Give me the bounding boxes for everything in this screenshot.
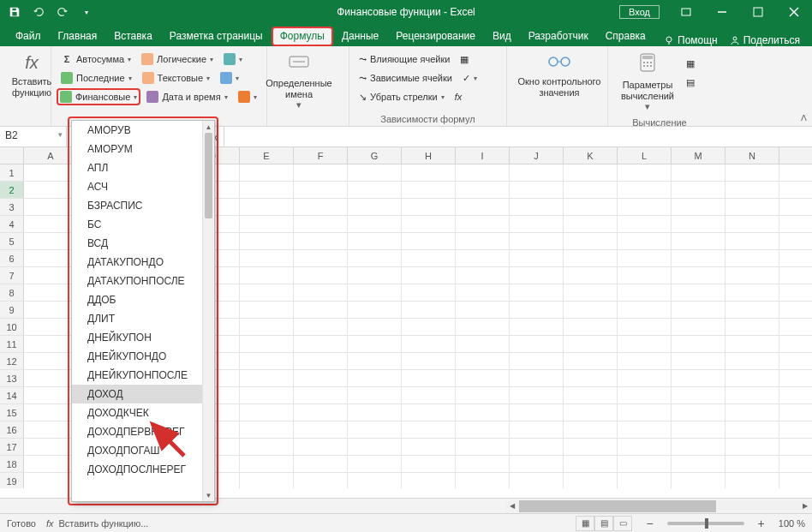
tab-home[interactable]: Главная (50, 27, 106, 46)
column-header-M[interactable]: M (672, 147, 725, 164)
evaluate-formula-button[interactable]: fx (451, 88, 467, 105)
column-header-J[interactable]: J (510, 147, 564, 164)
ribbon-display-icon[interactable] (668, 0, 704, 24)
column-header-I[interactable]: I (456, 147, 510, 164)
insert-function-button[interactable]: fx Вставить функцию (5, 50, 58, 101)
row-header[interactable]: 13 (0, 370, 24, 387)
zoom-slider[interactable] (667, 522, 744, 525)
column-header-E[interactable]: E (240, 147, 294, 164)
defined-names-button[interactable]: Определенные имена▾ (272, 50, 325, 114)
dropdown-item[interactable]: ВСД (72, 234, 202, 253)
scroll-right-icon[interactable]: ▶ (798, 500, 812, 512)
tab-view[interactable]: Вид (484, 27, 520, 46)
column-header-L[interactable]: L (618, 147, 672, 164)
close-icon[interactable] (776, 0, 812, 24)
dropdown-item[interactable]: ДНЕЙКУПОНДО (72, 347, 202, 366)
status-insert-function[interactable]: Вставить функцию... (59, 518, 149, 529)
row-header[interactable]: 12 (0, 353, 24, 370)
autosum-button[interactable]: ΣАвтосумма▾ (57, 51, 135, 68)
row-header[interactable]: 15 (0, 404, 24, 421)
text-functions-button[interactable]: Текстовые▾ (138, 69, 215, 87)
column-header-H[interactable]: H (402, 147, 456, 164)
collapse-ribbon-icon[interactable]: ᐱ (801, 113, 807, 123)
dropdown-item[interactable]: ДОХОД (72, 385, 202, 403)
math-trig-button[interactable]: ▾ (216, 69, 243, 87)
row-header[interactable]: 6 (0, 250, 24, 267)
watch-window-button[interactable]: Окно контрольного значения (512, 50, 606, 101)
view-page-layout-icon[interactable]: ▤ (594, 516, 613, 531)
column-header-F[interactable]: F (294, 147, 348, 164)
dropdown-item[interactable]: АМОРУВ (72, 121, 202, 140)
view-normal-icon[interactable]: ▦ (576, 516, 594, 531)
formula-input[interactable] (224, 127, 812, 146)
column-header-G[interactable]: G (348, 147, 402, 164)
tab-data[interactable]: Данные (333, 27, 387, 46)
dropdown-item[interactable]: ДАТАКУПОНПОСЛЕ (72, 272, 202, 290)
row-header[interactable]: 8 (0, 284, 24, 302)
save-icon[interactable] (7, 4, 22, 20)
tab-page-layout[interactable]: Разметка страницы (161, 27, 272, 46)
dropdown-item[interactable]: ДНЕЙКУПОНПОСЛЕ (72, 366, 202, 385)
zoom-level[interactable]: 100 % (779, 518, 805, 529)
minimize-icon[interactable] (704, 0, 740, 24)
dropdown-item[interactable]: БС (72, 215, 202, 234)
more-functions-button[interactable]: ▾ (234, 88, 261, 105)
error-check-button[interactable]: ✓▾ (458, 69, 481, 87)
calc-now-button[interactable]: ▦ (682, 55, 699, 72)
dropdown-scrollbar[interactable]: ▲ ▼ (202, 121, 214, 501)
financial-button[interactable]: Финансовые▾ (57, 88, 140, 105)
login-button[interactable]: Вход (619, 5, 660, 19)
row-header[interactable]: 2 (0, 182, 24, 199)
row-header[interactable]: 19 (0, 473, 24, 488)
row-header[interactable]: 16 (0, 421, 24, 439)
dropdown-item[interactable]: ДАТАКУПОНДО (72, 253, 202, 272)
dropdown-item[interactable]: ДОХОДКЧЕК (72, 403, 202, 422)
row-header[interactable]: 5 (0, 233, 24, 250)
dropdown-item[interactable]: ДОХОДПОГАШ (72, 441, 202, 460)
row-header[interactable]: 7 (0, 267, 24, 284)
trace-precedents-button[interactable]: ⤳Влияющие ячейки (355, 51, 454, 68)
row-header[interactable]: 17 (0, 439, 24, 456)
dropdown-item[interactable]: ДОХОДПЕРВНЕРЕГ (72, 422, 202, 441)
tell-me-button[interactable]: Помощн (664, 34, 718, 46)
dropdown-item[interactable]: ДОХОДПОСЛНЕРЕГ (72, 460, 202, 479)
dropdown-item[interactable]: АМОРУМ (72, 140, 202, 158)
scroll-left-icon[interactable]: ◀ (505, 500, 519, 512)
scroll-thumb[interactable] (205, 133, 212, 218)
zoom-out-button[interactable]: − (642, 517, 656, 530)
tab-review[interactable]: Рецензирование (387, 27, 484, 46)
row-header[interactable]: 18 (0, 456, 24, 473)
scroll-down-icon[interactable]: ▼ (203, 489, 214, 501)
row-header[interactable]: 3 (0, 199, 24, 216)
column-header-K[interactable]: K (564, 147, 618, 164)
calc-options-button[interactable]: Параметры вычислений▾ (613, 50, 682, 116)
recent-button[interactable]: Последние▾ (57, 69, 136, 87)
share-button[interactable]: Поделиться (730, 34, 800, 46)
column-header-A[interactable]: A (24, 147, 78, 164)
zoom-in-button[interactable]: + (755, 517, 768, 530)
column-header-N[interactable]: N (725, 147, 779, 164)
dropdown-item[interactable]: ДДОБ (72, 290, 202, 309)
name-box[interactable]: B2 (0, 127, 67, 146)
trace-dependents-button[interactable]: ⤳Зависимые ячейки (355, 69, 457, 87)
tab-help[interactable]: Справка (597, 27, 654, 46)
dropdown-item[interactable]: АСЧ (72, 177, 202, 196)
dropdown-item[interactable]: ДЛИТ (72, 309, 202, 328)
qat-customize-icon[interactable]: ▾ (79, 4, 94, 20)
show-formulas-button[interactable]: ▦ (456, 51, 473, 68)
undo-icon[interactable] (31, 4, 46, 20)
select-all-corner[interactable] (0, 147, 24, 164)
tab-insert[interactable]: Вставка (105, 27, 161, 46)
row-header[interactable]: 11 (0, 336, 24, 353)
view-page-break-icon[interactable]: ▭ (613, 516, 632, 531)
row-header[interactable]: 4 (0, 216, 24, 233)
row-header[interactable]: 10 (0, 319, 24, 336)
datetime-button[interactable]: Дата и время▾ (142, 88, 231, 105)
dropdown-item[interactable]: БЗРАСПИС (72, 196, 202, 215)
row-header[interactable]: 9 (0, 302, 24, 319)
dropdown-item[interactable]: АПЛ (72, 158, 202, 177)
dropdown-item[interactable]: ДНЕЙКУПОН (72, 328, 202, 347)
tab-file[interactable]: Файл (7, 27, 50, 46)
hscroll-thumb[interactable] (519, 500, 716, 512)
calc-sheet-button[interactable]: ▤ (682, 74, 699, 91)
